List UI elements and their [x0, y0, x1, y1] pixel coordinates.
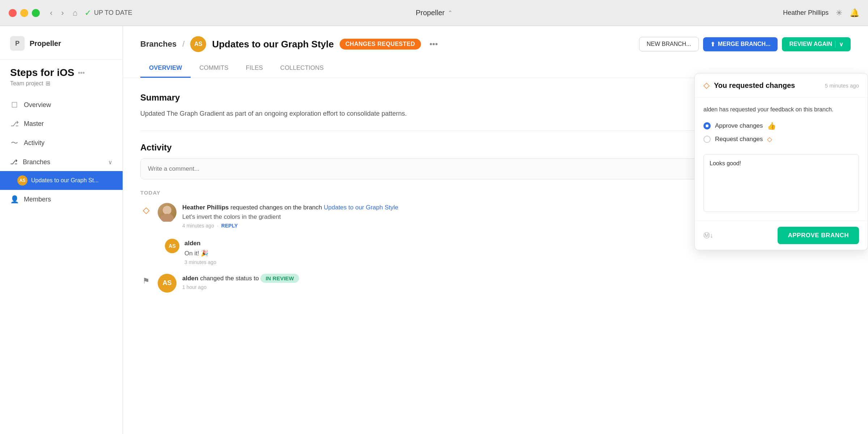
tab-overview[interactable]: OVERVIEW: [140, 59, 191, 78]
titlebar-app-name: Propeller ⌃: [416, 9, 452, 17]
flag-icon: ⚑: [140, 275, 152, 287]
alden-avatar-status: AS: [158, 274, 176, 293]
alden-name: alden: [184, 240, 200, 247]
thumbs-up-icon: 👍: [767, 122, 776, 130]
alden-avatar-small: AS: [165, 239, 179, 253]
diamond-icon: ◇: [767, 135, 772, 143]
request-radio[interactable]: [703, 136, 711, 143]
app-body: P Propeller Steps for iOS ••• Team proje…: [0, 26, 868, 434]
sidebar-project: Steps for iOS ••• Team project ⊞: [0, 60, 123, 90]
review-again-button[interactable]: REVIEW AGAIN ∨: [782, 37, 851, 51]
project-more-icon[interactable]: •••: [78, 69, 85, 77]
breadcrumb-separator: /: [182, 39, 184, 49]
sidebar-item-branches[interactable]: ⎇ Branches ∨: [0, 153, 123, 171]
sidebar-logo: P Propeller: [0, 26, 123, 60]
fullscreen-button[interactable]: [32, 9, 40, 17]
approve-radio[interactable]: [703, 122, 711, 129]
master-icon: ⎇: [10, 119, 19, 128]
new-branch-button[interactable]: NEW BRANCH...: [639, 37, 699, 51]
sidebar-item-master[interactable]: ⎇ Master: [0, 114, 123, 133]
branch-author-avatar: AS: [190, 36, 206, 52]
status-author: alden: [182, 275, 198, 282]
branch-actions: NEW BRANCH... ⬆ MERGE BRANCH... REVIEW A…: [639, 37, 851, 51]
reply-link[interactable]: REPLY: [221, 223, 238, 229]
project-grid-icon: ⊞: [46, 80, 50, 87]
review-panel-body: alden has requested your feedback on thi…: [695, 98, 868, 221]
branch-title: Updates to our Graph Style: [212, 39, 334, 50]
traffic-lights: [9, 9, 40, 17]
merge-branch-button[interactable]: ⬆ MERGE BRANCH...: [703, 37, 778, 51]
sidebar-logo-icon: P: [10, 36, 25, 51]
notification-icon[interactable]: 🔔: [850, 8, 859, 18]
breadcrumb-branches[interactable]: Branches: [140, 39, 176, 49]
branch-header: Branches / AS Updates to our Graph Style…: [123, 26, 868, 78]
activity-item-status: ⚑ AS alden changed the status to IN REVI…: [140, 274, 851, 293]
branch-avatar: AS: [17, 175, 27, 186]
sidebar-branch-active[interactable]: AS Updates to our Graph St...: [0, 171, 123, 190]
sidebar-item-members[interactable]: 👤 Members: [0, 190, 123, 209]
branch-name: Updates to our Graph St...: [31, 177, 99, 184]
comment-input[interactable]: [141, 159, 780, 179]
check-icon: ✓: [85, 8, 91, 18]
breadcrumb: Branches / AS Updates to our Graph Style…: [140, 36, 851, 52]
branch-more-icon[interactable]: •••: [430, 39, 438, 49]
sidebar: P Propeller Steps for iOS ••• Team proje…: [0, 26, 123, 434]
nav-arrows: ‹ ›: [47, 7, 67, 19]
status-change-text: alden changed the status to IN REVIEW: [182, 274, 851, 283]
review-header-title: You requested changes: [714, 81, 821, 90]
titlebar: ‹ › ⌂ ✓ UP TO DATE Propeller ⌃ Heather P…: [0, 0, 868, 26]
svg-point-1: [161, 214, 174, 222]
members-icon: 👤: [10, 195, 19, 204]
main-content: Branches / AS Updates to our Graph Style…: [123, 26, 868, 434]
app-chevron-icon: ⌃: [448, 9, 452, 16]
close-button[interactable]: [9, 9, 17, 17]
request-changes-option[interactable]: Request changes ◇: [703, 135, 859, 143]
branches-icon: ⎇: [10, 158, 18, 166]
request-label: Request changes: [715, 136, 763, 143]
alden-reply-comment: On it! 🎉: [184, 250, 851, 257]
up-to-date-badge: ✓ UP TO DATE: [85, 8, 132, 18]
review-textarea[interactable]: Looks good!: [703, 154, 859, 212]
tab-collections[interactable]: COLLECTIONS: [272, 59, 332, 78]
sidebar-app-name: Propeller: [30, 39, 61, 48]
project-title: Steps for iOS •••: [10, 67, 112, 78]
review-panel-header: ◇ You requested changes 5 minutes ago: [695, 73, 868, 98]
alden-reply-time: 3 minutes ago: [184, 259, 851, 265]
tab-files[interactable]: FILES: [237, 59, 272, 78]
activity-author: Heather Phillips: [182, 204, 229, 211]
changes-icon: ◇: [140, 204, 152, 216]
heather-avatar: [158, 203, 176, 222]
up-to-date-label: UP TO DATE: [94, 9, 132, 17]
back-button[interactable]: ‹: [47, 7, 55, 19]
review-panel-footer: Ⓜ↓ APPROVE BRANCH: [695, 221, 868, 250]
approve-label: Approve changes: [715, 122, 763, 129]
review-panel: ◇ You requested changes 5 minutes ago al…: [694, 73, 868, 250]
review-time: 5 minutes ago: [825, 82, 859, 89]
markdown-icon: Ⓜ↓: [703, 231, 713, 240]
settings-icon[interactable]: ✳: [836, 8, 842, 18]
overview-icon: ☐: [10, 101, 19, 109]
status-time: 1 hour ago: [182, 284, 851, 290]
activity-icon: 〜: [10, 138, 19, 148]
sidebar-nav: ☐ Overview ⎇ Master 〜 Activity ⎇ Branche…: [0, 95, 123, 209]
minimize-button[interactable]: [20, 9, 28, 17]
svg-point-0: [163, 206, 171, 214]
titlebar-right: Heather Phillips ✳ 🔔: [783, 8, 859, 18]
activity-time: 4 minutes ago: [182, 223, 214, 229]
approve-branch-button[interactable]: APPROVE BRANCH: [778, 227, 859, 244]
review-chevron-icon: ∨: [835, 41, 843, 48]
project-subtitle: Team project ⊞: [10, 80, 112, 87]
forward-button[interactable]: ›: [58, 7, 67, 19]
changes-requested-badge: CHANGES REQUESTED: [340, 39, 421, 50]
in-review-badge: IN REVIEW: [260, 274, 299, 283]
branch-link[interactable]: Updates to our Graph Style: [324, 204, 398, 211]
merge-icon: ⬆: [710, 41, 715, 48]
tab-commits[interactable]: COMMITS: [191, 59, 237, 78]
radio-inner: [706, 124, 709, 127]
home-icon[interactable]: ⌂: [73, 8, 77, 18]
sidebar-item-activity[interactable]: 〜 Activity: [0, 133, 123, 153]
approve-option[interactable]: Approve changes 👍: [703, 122, 859, 130]
activity-body-status: alden changed the status to IN REVIEW 1 …: [182, 274, 851, 290]
sidebar-item-overview[interactable]: ☐ Overview: [0, 95, 123, 114]
review-diamond-icon: ◇: [703, 81, 710, 90]
